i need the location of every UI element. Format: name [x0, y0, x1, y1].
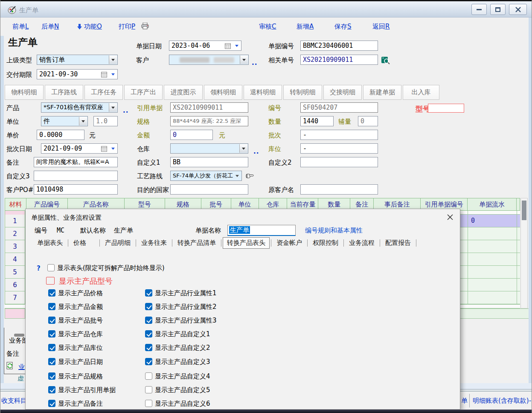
- bottom-link-accounts[interactable]: 收支科目: [1, 397, 27, 405]
- show-header-checkbox[interactable]: [47, 264, 55, 271]
- product-dropdown[interactable]: [109, 103, 117, 112]
- toolbar-prev[interactable]: 前单L: [12, 23, 29, 31]
- dest-country-input[interactable]: [170, 184, 248, 195]
- help-mark[interactable]: ?: [37, 265, 41, 272]
- grid-scrollbar[interactable]: [520, 198, 528, 308]
- toolbar-return[interactable]: 返回R: [372, 23, 390, 31]
- warehouse-combo[interactable]: [170, 143, 248, 154]
- batch-date-input[interactable]: 2021-09-09: [41, 143, 118, 154]
- opt-attr3-checkbox[interactable]: [145, 317, 152, 324]
- opt-attr2-checkbox[interactable]: [145, 303, 152, 310]
- unit-combo[interactable]: 件: [41, 116, 88, 126]
- product-combo[interactable]: *SF-701棕色有背双座: [41, 102, 118, 113]
- model-input[interactable]: [428, 104, 464, 113]
- opt-note-checkbox[interactable]: [48, 400, 55, 407]
- opt-custom1-checkbox[interactable]: [145, 330, 152, 337]
- opt-custom2-checkbox[interactable]: [145, 344, 152, 351]
- dialog-doc-name-input[interactable]: 生产单: [227, 225, 296, 236]
- customer-dropdown[interactable]: [240, 55, 248, 64]
- tab-process-output[interactable]: 工序产出: [124, 85, 163, 100]
- dialog-tab-convert-header[interactable]: 转换产品表头: [223, 237, 270, 249]
- close-button[interactable]: [509, 4, 527, 15]
- bottom-fragment[interactable]: 单: [461, 397, 468, 405]
- bin-input[interactable]: [300, 143, 378, 154]
- side-link-fragment[interactable]: 业: [18, 363, 25, 371]
- custom2-input[interactable]: [300, 157, 378, 167]
- row-number[interactable]: 7: [5, 291, 25, 304]
- opt-refdoc-checkbox[interactable]: [48, 386, 55, 393]
- route-dropdown[interactable]: [233, 172, 241, 180]
- route-combo[interactable]: SF-74单人沙发（折花工: [170, 171, 242, 181]
- qty-input[interactable]: [300, 116, 334, 126]
- row-number[interactable]: 2: [5, 227, 25, 240]
- calendar-icon[interactable]: [225, 43, 231, 49]
- grid-scrollbar-thumb[interactable]: [522, 201, 526, 220]
- customer-po-input[interactable]: [34, 184, 118, 195]
- toolbar-function[interactable]: 功能O: [84, 23, 102, 31]
- toolbar-add[interactable]: 新增A: [297, 23, 314, 31]
- customer-combo[interactable]: [169, 55, 249, 65]
- doc-date-dropdown[interactable]: [233, 41, 241, 50]
- dialog-tab-report-config[interactable]: 配置报告: [381, 238, 415, 248]
- deadline-dropdown[interactable]: [109, 70, 117, 79]
- tab-progress-chart[interactable]: 进度图示: [164, 85, 203, 100]
- opt-spec-checkbox[interactable]: [48, 372, 55, 380]
- opt-date-checkbox[interactable]: [48, 358, 55, 365]
- opt-batchno-checkbox[interactable]: [48, 317, 55, 324]
- dialog-tab-doc-header[interactable]: 单据表头: [33, 238, 67, 248]
- calendar-icon[interactable]: [101, 146, 107, 152]
- column-header-doc-flow[interactable]: 单据流水: [468, 198, 517, 210]
- tab-process-route[interactable]: 工序路线: [45, 85, 83, 100]
- opt-bin-checkbox[interactable]: [48, 344, 55, 351]
- calendar-icon[interactable]: [101, 72, 107, 78]
- warehouse-dropdown[interactable]: [239, 144, 247, 153]
- ref-doc-input[interactable]: [170, 102, 248, 113]
- row-number[interactable]: 1: [5, 215, 25, 227]
- opt-custom4-checkbox[interactable]: [145, 372, 152, 380]
- orig-customer-input[interactable]: [300, 184, 378, 195]
- tab-new-doc[interactable]: 新建单据: [363, 85, 401, 100]
- opt-custom6-checkbox[interactable]: [145, 400, 152, 407]
- opt-custom5-checkbox[interactable]: [145, 386, 152, 393]
- dialog-tab-workflow[interactable]: 业务流程: [345, 238, 378, 248]
- doc-date-input[interactable]: 2023-04-06: [169, 41, 241, 51]
- show-model-checkbox[interactable]: [46, 277, 55, 285]
- lookup-icon[interactable]: [381, 56, 390, 64]
- dialog-close-icon[interactable]: [446, 213, 454, 221]
- row-number[interactable]: 5: [5, 266, 25, 279]
- row-number[interactable]: 6: [5, 279, 25, 291]
- product-code-input[interactable]: [300, 102, 378, 113]
- custom3-input[interactable]: [34, 171, 118, 181]
- dialog-tab-product-detail[interactable]: 产品明细: [101, 238, 134, 248]
- aux-qty-input[interactable]: [358, 116, 378, 126]
- customer-more-button[interactable]: ..: [252, 59, 257, 67]
- toolbar-save[interactable]: 保存S: [334, 23, 352, 31]
- splitter-handle[interactable]: [14, 334, 24, 337]
- unit-dropdown[interactable]: [79, 117, 87, 125]
- opt-attr1-checkbox[interactable]: [145, 289, 152, 297]
- toolbar-next[interactable]: 后单N: [41, 23, 59, 31]
- bottom-link-detail-report[interactable]: 明细账表(含存取款)-: [473, 397, 531, 405]
- tab-transfer-detail[interactable]: 转制明细: [283, 85, 322, 100]
- tab-return-detail[interactable]: 退料明细: [244, 85, 282, 100]
- row-number[interactable]: 4: [5, 253, 25, 266]
- dialog-rules-link[interactable]: 编号规则和基本属性: [305, 227, 363, 235]
- price-input[interactable]: [37, 130, 84, 140]
- tab-material-detail[interactable]: 物料明细: [5, 85, 44, 100]
- parent-type-combo[interactable]: 销售订单: [37, 55, 118, 65]
- opt-custom3-checkbox[interactable]: [145, 358, 152, 365]
- dialog-tab-permission[interactable]: 权限控制: [309, 238, 342, 248]
- dialog-tab-fund-account[interactable]: 资金帐户: [273, 238, 306, 248]
- deadline-input[interactable]: 2021-09-30: [37, 69, 118, 79]
- product-more-button[interactable]: ..: [123, 107, 128, 114]
- tab-process-task[interactable]: 工序任务: [84, 85, 123, 100]
- column-header-material[interactable]: 材料: [5, 198, 26, 210]
- row-number[interactable]: 3: [5, 240, 25, 253]
- batch-input[interactable]: [300, 130, 378, 140]
- amount-input[interactable]: [170, 130, 213, 140]
- parent-type-dropdown[interactable]: [109, 55, 117, 64]
- doc-refresh-icon[interactable]: [6, 362, 14, 370]
- maximize-button[interactable]: [490, 4, 506, 15]
- tab-handover-detail[interactable]: 交接明细: [323, 85, 362, 100]
- dialog-tab-price[interactable]: 价格: [70, 238, 98, 248]
